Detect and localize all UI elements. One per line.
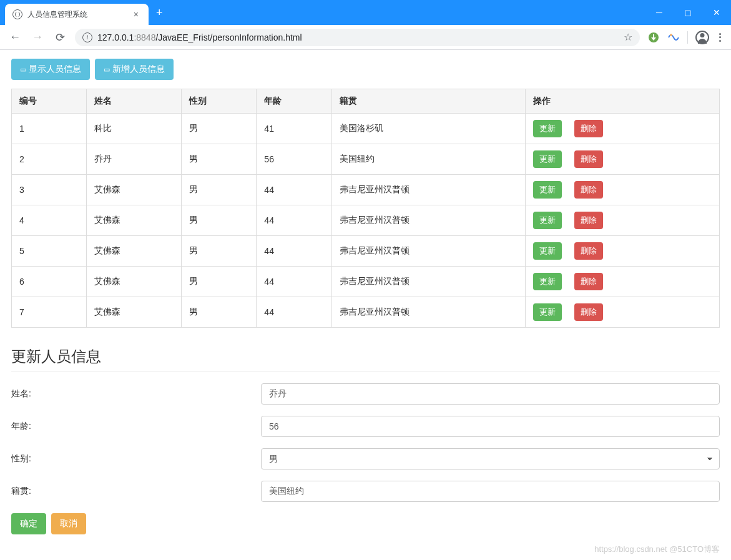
url-text: 127.0.0.1:8848/JavaEE_Frist/personInform…: [97, 32, 302, 42]
cancel-button[interactable]: 取消: [51, 513, 86, 534]
cell-origin: 弗吉尼亚州汉普顿: [331, 175, 526, 205]
delete-button[interactable]: 删除: [574, 181, 603, 199]
delete-button[interactable]: 删除: [574, 273, 603, 290]
cell-name: 艾佛森: [87, 236, 182, 267]
update-button[interactable]: 更新: [533, 212, 562, 229]
gender-label: 性别:: [11, 453, 261, 464]
table-header: 年龄: [257, 89, 331, 114]
cell-origin: 弗吉尼亚州汉普顿: [331, 267, 526, 297]
cell-age: 56: [257, 144, 331, 175]
update-button[interactable]: 更新: [533, 150, 562, 168]
add-icon: ▭: [104, 66, 110, 74]
cell-name: 艾佛森: [87, 267, 182, 297]
show-person-button[interactable]: ▭显示人员信息: [11, 59, 90, 80]
cell-name: 艾佛森: [87, 175, 182, 205]
table-row: 2乔丹男56美国纽约更新删除: [12, 144, 720, 175]
person-table: 编号姓名性别年龄籍贯操作 1科比男41美国洛杉矶更新删除2乔丹男56美国纽约更新…: [11, 89, 720, 328]
delete-button[interactable]: 删除: [574, 120, 603, 137]
table-header: 姓名: [87, 89, 182, 114]
cell-origin: 弗吉尼亚州汉普顿: [331, 297, 526, 328]
form-title: 更新人员信息: [11, 346, 720, 366]
table-header: 操作: [526, 89, 720, 114]
cell-operations: 更新删除: [526, 267, 720, 297]
minimize-button[interactable]: ─: [645, 0, 674, 25]
table-header: 籍贯: [331, 89, 526, 114]
table-header: 编号: [12, 89, 87, 114]
cell-id: 4: [12, 205, 87, 236]
delete-button[interactable]: 删除: [574, 150, 603, 168]
update-button[interactable]: 更新: [533, 303, 562, 321]
delete-button[interactable]: 删除: [574, 303, 603, 321]
tab-title: 人员信息管理系统: [27, 9, 126, 20]
name-label: 姓名:: [11, 388, 261, 400]
site-info-icon[interactable]: i: [82, 32, 92, 42]
cell-age: 44: [257, 236, 331, 267]
delete-button[interactable]: 删除: [574, 212, 603, 229]
browser-menu-button[interactable]: [717, 31, 724, 44]
address-bar[interactable]: i 127.0.0.1:8848/JavaEE_Frist/personInfo…: [75, 29, 640, 46]
cell-age: 44: [257, 267, 331, 297]
cell-origin: 弗吉尼亚州汉普顿: [331, 236, 526, 267]
cell-name: 科比: [87, 114, 182, 144]
top-action-bar: ▭显示人员信息 ▭新增人员信息: [11, 59, 720, 80]
extension-thunder-icon[interactable]: [667, 31, 680, 44]
cell-id: 1: [12, 114, 87, 144]
cell-operations: 更新删除: [526, 297, 720, 328]
delete-button[interactable]: 删除: [574, 242, 603, 260]
reload-button[interactable]: ⟳: [52, 31, 67, 44]
cell-id: 7: [12, 297, 87, 328]
cell-name: 乔丹: [87, 144, 182, 175]
cell-operations: 更新删除: [526, 114, 720, 144]
close-window-button[interactable]: ✕: [702, 0, 731, 25]
confirm-button[interactable]: 确定: [11, 513, 46, 534]
cell-age: 41: [257, 114, 331, 144]
bookmark-icon[interactable]: ☆: [624, 31, 632, 43]
cell-id: 2: [12, 144, 87, 175]
update-button[interactable]: 更新: [533, 120, 562, 137]
user-avatar[interactable]: [695, 31, 709, 44]
new-tab-button[interactable]: +: [149, 1, 170, 24]
cell-operations: 更新删除: [526, 144, 720, 175]
cell-gender: 男: [182, 114, 257, 144]
table-row: 6艾佛森男44弗吉尼亚州汉普顿更新删除: [12, 267, 720, 297]
watermark: https://blog.csdn.net @51CTO博客: [594, 544, 720, 555]
browser-nav-bar: ← → ⟳ i 127.0.0.1:8848/JavaEE_Frist/pers…: [0, 25, 731, 50]
table-row: 5艾佛森男44弗吉尼亚州汉普顿更新删除: [12, 236, 720, 267]
browser-title-bar: 人员信息管理系统 × + ─ ◻ ✕: [0, 0, 731, 25]
table-row: 4艾佛森男44弗吉尼亚州汉普顿更新删除: [12, 205, 720, 236]
cell-operations: 更新删除: [526, 175, 720, 205]
window-controls: ─ ◻ ✕: [645, 0, 731, 25]
maximize-button[interactable]: ◻: [674, 0, 702, 25]
back-button[interactable]: ←: [7, 31, 22, 44]
cell-operations: 更新删除: [526, 205, 720, 236]
cell-age: 44: [257, 205, 331, 236]
globe-icon: [12, 9, 22, 19]
cell-origin: 美国纽约: [331, 144, 526, 175]
update-button[interactable]: 更新: [533, 242, 562, 260]
table-row: 7艾佛森男44弗吉尼亚州汉普顿更新删除: [12, 297, 720, 328]
browser-tab[interactable]: 人员信息管理系统 ×: [5, 4, 149, 25]
age-input[interactable]: [261, 416, 720, 437]
gender-select[interactable]: 男: [261, 448, 720, 469]
table-header: 性别: [182, 89, 257, 114]
update-button[interactable]: 更新: [533, 273, 562, 290]
page-content: ▭显示人员信息 ▭新增人员信息 编号姓名性别年龄籍贯操作 1科比男41美国洛杉矶…: [0, 50, 731, 560]
cell-age: 44: [257, 175, 331, 205]
forward-button[interactable]: →: [30, 31, 45, 44]
cell-gender: 男: [182, 144, 257, 175]
divider: [11, 371, 720, 372]
close-tab-icon[interactable]: ×: [131, 8, 141, 21]
origin-label: 籍贯:: [11, 486, 261, 497]
cell-operations: 更新删除: [526, 236, 720, 267]
extension-idm-icon[interactable]: [647, 31, 660, 44]
cell-gender: 男: [182, 267, 257, 297]
add-person-button[interactable]: ▭新增人员信息: [95, 59, 174, 80]
cell-gender: 男: [182, 175, 257, 205]
cell-origin: 弗吉尼亚州汉普顿: [331, 205, 526, 236]
cell-name: 艾佛森: [87, 297, 182, 328]
age-label: 年龄:: [11, 421, 261, 432]
origin-input[interactable]: [261, 481, 720, 502]
name-input[interactable]: [261, 383, 720, 405]
update-button[interactable]: 更新: [533, 181, 562, 199]
cell-name: 艾佛森: [87, 205, 182, 236]
